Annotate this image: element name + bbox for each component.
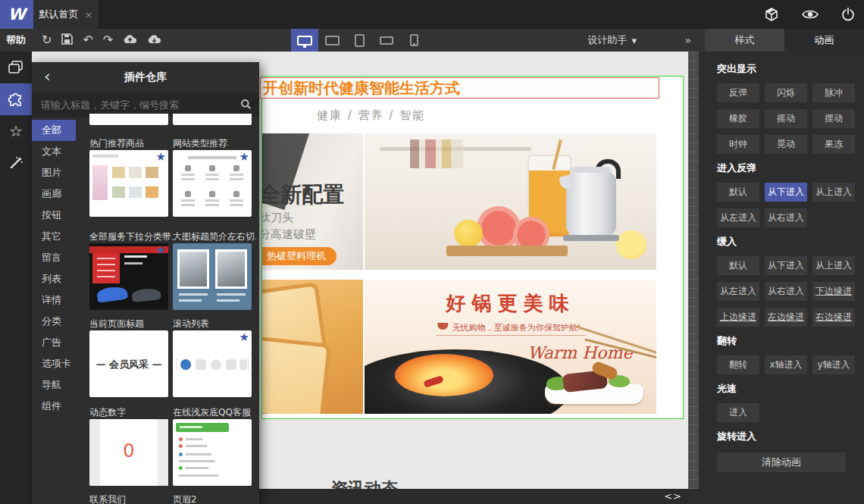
category-item-other[interactable]: 其它: [32, 226, 76, 247]
plugin-card-site-types[interactable]: ★: [173, 150, 252, 217]
device-desktop-button[interactable]: [291, 29, 318, 52]
plugin-card-page-title[interactable]: — 会员风采 —: [89, 330, 168, 397]
left-sidebar: ☆: [0, 52, 32, 504]
redo-icon[interactable]: ↷: [103, 34, 113, 46]
anim-option-button[interactable]: 默认: [717, 256, 759, 275]
anim-option-button[interactable]: 橡胶: [717, 109, 759, 128]
cloud-upload-icon[interactable]: [123, 33, 137, 48]
anim-option-button[interactable]: 时钟: [717, 135, 759, 154]
device-preview-group: [291, 29, 427, 52]
banner-blender-image[interactable]: 全新配置 钛刀头 分高速破壁 热破壁料理机: [262, 133, 363, 270]
magic-wand-icon: [8, 155, 24, 171]
more-chevron-button[interactable]: »: [684, 29, 691, 52]
publish-cube-icon[interactable]: [764, 7, 779, 22]
anim-option-button[interactable]: 摆动: [812, 109, 855, 128]
banner-pill-button[interactable]: 热破壁料理机: [262, 247, 337, 265]
category-item-list[interactable]: 列表: [32, 268, 76, 290]
plugin-card-bigimage-switch[interactable]: [173, 243, 252, 310]
sidebar-item-plugins[interactable]: [0, 83, 32, 115]
anim-option-button[interactable]: 摇动: [765, 109, 807, 128]
device-tablet-landscape-button[interactable]: [318, 29, 346, 52]
anim-option-button[interactable]: 默认: [717, 183, 759, 202]
refresh-icon[interactable]: ↻: [42, 34, 52, 46]
anim-option-button[interactable]: 从左进入: [717, 208, 759, 227]
page-subtitle[interactable]: 健康 / 营养 / 智能: [317, 108, 425, 123]
anim-option-button[interactable]: 从下进入: [765, 256, 807, 275]
selected-title-element[interactable]: 开创新时代健康智能生活方式: [260, 77, 659, 99]
plugin-card-partial[interactable]: [173, 114, 252, 125]
category-item-all[interactable]: 全部: [32, 120, 76, 141]
anim-option-button[interactable]: 从右进入: [765, 282, 807, 301]
category-item-image[interactable]: 图片: [32, 162, 76, 183]
category-item-tabs[interactable]: 选项卡: [32, 353, 76, 374]
banner-kettle-photo[interactable]: [365, 133, 656, 270]
device-tablet-portrait-button[interactable]: [346, 29, 373, 52]
save-icon[interactable]: [61, 33, 73, 48]
anim-option-button[interactable]: 果冻: [812, 135, 855, 154]
anim-option-button[interactable]: 上边缘进: [717, 308, 759, 327]
anim-section-buttons: 默认 从下进入 从上进入 从左进入 从右进入 下边缘进 上边缘进 左边缘进 右边…: [717, 256, 855, 327]
sidebar-item-magic-tools[interactable]: [0, 147, 32, 179]
star-badge-icon: ★: [239, 150, 249, 164]
anim-option-button[interactable]: 左边缘进: [765, 308, 807, 327]
anim-option-button[interactable]: 下边缘进: [812, 282, 855, 301]
design-assistant-dropdown[interactable]: 设计助手 ▾: [587, 29, 637, 52]
category-item-component[interactable]: 组件: [32, 396, 76, 417]
anim-option-button[interactable]: 从左进入: [717, 282, 759, 301]
plugin-card-dropdown-category[interactable]: ★: [89, 243, 168, 310]
cloud-download-icon[interactable]: [147, 33, 161, 48]
banner-wok-image[interactable]: 好锅更美味 无忧购物，至诚服务为你保驾护航! Warm Home: [365, 280, 656, 414]
app-logo[interactable]: W: [0, 0, 33, 29]
anim-option-button[interactable]: x轴进入: [765, 355, 807, 374]
banner-toast-image[interactable]: [262, 280, 363, 414]
tab-animation[interactable]: 动画: [784, 29, 864, 52]
anim-option-button[interactable]: 从右进入: [765, 208, 807, 227]
tab-style[interactable]: 样式: [705, 29, 784, 52]
category-item-message[interactable]: 留言: [32, 247, 76, 268]
device-phone-landscape-button[interactable]: [373, 29, 400, 52]
page-tab[interactable]: 默认首页 ×: [33, 0, 99, 29]
code-icon[interactable]: <>: [664, 490, 682, 502]
preview-eye-icon[interactable]: [802, 8, 819, 20]
tab-close-icon[interactable]: ×: [85, 9, 93, 20]
category-item-classify[interactable]: 分类: [32, 311, 76, 332]
anim-option-button[interactable]: 晃动: [765, 135, 807, 154]
category-item-ad[interactable]: 广告: [32, 332, 76, 353]
sidebar-item-favorites[interactable]: ☆: [0, 115, 32, 147]
selected-section-outline[interactable]: 开创新时代健康智能生活方式 健康 / 营养 / 智能 全新配置 钛刀头 分高速破…: [261, 76, 684, 419]
category-item-detail[interactable]: 详情: [32, 290, 76, 311]
device-phone-portrait-button[interactable]: [400, 29, 427, 52]
anim-option-button[interactable]: 闪烁: [765, 83, 807, 102]
anim-option-button[interactable]: 从上进入: [812, 256, 855, 275]
anim-option-button-selected[interactable]: 从下进入: [765, 183, 807, 202]
plugin-card-partial[interactable]: [89, 114, 168, 125]
anim-option-button[interactable]: 进入: [717, 403, 759, 422]
anim-option-button[interactable]: 脉冲: [812, 83, 855, 102]
search-icon[interactable]: [240, 99, 252, 113]
app-logo-letter: W: [8, 5, 25, 23]
category-item-nav[interactable]: 导航: [32, 374, 76, 396]
category-item-button[interactable]: 按钮: [32, 205, 76, 226]
anim-option-button[interactable]: 从上进入: [812, 183, 855, 202]
help-button[interactable]: 帮助: [6, 29, 26, 52]
plugin-card-scroll-list[interactable]: ★: [173, 330, 252, 397]
pages-icon: [8, 60, 24, 75]
category-item-gallery[interactable]: 画廊: [32, 183, 76, 205]
category-item-text[interactable]: 文本: [32, 141, 76, 162]
anim-option-button[interactable]: 翻转: [717, 355, 759, 374]
anim-section-title: 翻转: [717, 334, 855, 348]
undo-icon[interactable]: ↶: [83, 34, 92, 46]
decoration: [226, 359, 236, 370]
anim-option-button[interactable]: y轴进入: [812, 355, 855, 374]
clear-animation-button[interactable]: 清除动画: [717, 452, 846, 472]
decoration: [176, 423, 229, 432]
plugin-card-dynamic-number[interactable]: 0: [89, 419, 168, 486]
exit-power-icon[interactable]: [841, 8, 855, 21]
anim-option-button[interactable]: 反弹: [717, 83, 759, 102]
sidebar-item-pages[interactable]: [0, 52, 32, 83]
plugin-card-hot-products[interactable]: ★: [89, 150, 168, 217]
plugin-card-qq-service[interactable]: [173, 419, 252, 486]
star-badge-icon: ★: [156, 150, 166, 164]
canvas-scrollbar[interactable]: [688, 52, 699, 489]
anim-option-button[interactable]: 右边缘进: [812, 308, 855, 327]
